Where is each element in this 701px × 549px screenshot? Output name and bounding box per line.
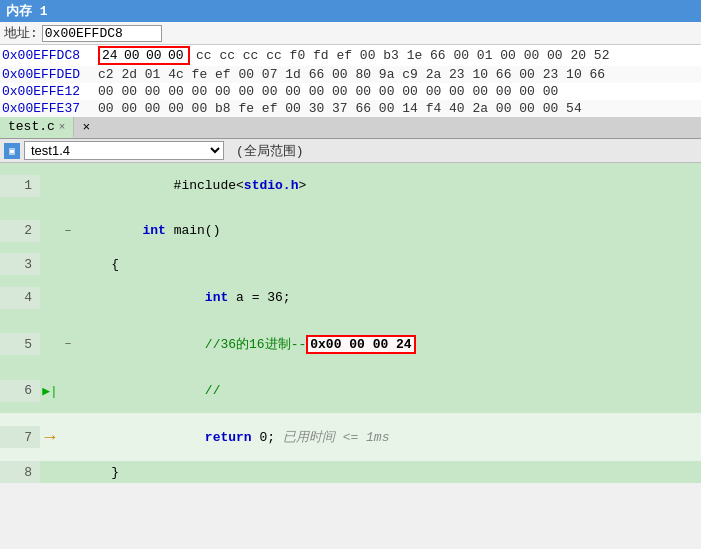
memory-title-bar: 内存 1 — [0, 0, 701, 22]
code-line-1: 1 #include<stdio.h> — [0, 163, 701, 208]
mem-addr: 0x00EFFDC8 — [2, 48, 92, 63]
code-area: 1 #include<stdio.h> 2 − int main() 3 { — [0, 163, 701, 483]
file-scope-bar: ▣ test1.4 (全局范围) — [0, 139, 701, 163]
current-line-arrow: → — [40, 427, 60, 447]
mem-addr: 0x00EFFDED — [2, 67, 92, 82]
mem-addr: 0x00EFFE12 — [2, 84, 92, 99]
memory-row: 0x00EFFDC8 24 00 00 00 cc cc cc cc f0 fd… — [0, 45, 701, 66]
breakpoint-arrow: ▶| — [40, 383, 60, 399]
code-line-2: 2 − int main() — [0, 208, 701, 253]
code-line-4: 4 int a = 36; — [0, 275, 701, 320]
code-line-7: 7 → return 0; 已用时间 <= 1ms — [0, 413, 701, 461]
memory-content: 0x00EFFDC8 24 00 00 00 cc cc cc cc f0 fd… — [0, 45, 701, 117]
mem-highlight-bytes: 24 00 00 00 — [98, 46, 190, 65]
code-line-5: 5 − //36的16进制--0x00 00 00 24 — [0, 320, 701, 368]
mem-addr: 0x00EFFE37 — [2, 101, 92, 116]
code-line-3: 3 { — [0, 253, 701, 275]
tab-plus[interactable]: × — [74, 118, 98, 137]
editor-section: test.c × × ▣ test1.4 (全局范围) 1 #include<s… — [0, 117, 701, 483]
memory-window: 内存 1 地址: 0x00EFFDC8 24 00 00 00 cc cc cc… — [0, 0, 701, 117]
file-select[interactable]: test1.4 — [24, 141, 224, 160]
scope-label: (全局范围) — [228, 142, 312, 160]
file-icon: ▣ — [4, 143, 20, 159]
tab-test-c[interactable]: test.c × — [0, 117, 74, 138]
tab-close-icon[interactable]: × — [59, 121, 66, 133]
code-line-6: 6 ▶| // — [0, 368, 701, 413]
memory-address-input[interactable] — [42, 25, 162, 42]
memory-row: 0x00EFFE12 00 00 00 00 00 00 00 00 00 00… — [0, 83, 701, 100]
code-line-8: 8 } — [0, 461, 701, 483]
hex-highlight-box: 0x00 00 00 24 — [306, 335, 415, 354]
memory-row: 0x00EFFDED c2 2d 01 4c fe ef 00 07 1d 66… — [0, 66, 701, 83]
memory-address-bar: 地址: — [0, 22, 701, 45]
memory-row: 0x00EFFE37 00 00 00 00 00 b8 fe ef 00 30… — [0, 100, 701, 117]
tab-bar: test.c × × — [0, 117, 701, 139]
